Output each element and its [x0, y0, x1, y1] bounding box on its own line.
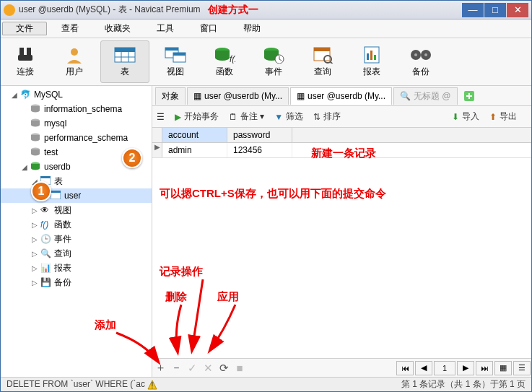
view-icon: 👁 [40, 205, 52, 215]
statusbar: DELETE FROM `user` WHERE (`ac ! 第 1 条记录（… [1, 377, 531, 391]
menu-fav[interactable]: 收藏夹 [92, 22, 144, 35]
menubar: 文件 查看 收藏夹 工具 窗口 帮助 [1, 19, 531, 38]
prev-page-button[interactable]: ◀ [415, 361, 432, 375]
function-icon: f(x) [214, 45, 235, 64]
tree-event-node[interactable]: ▷🕒事件 [1, 232, 152, 246]
ribbon-report[interactable]: 报表 [347, 38, 396, 85]
menu-tools[interactable]: 工具 [144, 22, 187, 35]
menu-view[interactable]: 查看 [48, 22, 92, 35]
table-icon: ▦ [193, 91, 201, 101]
svg-text:!: ! [152, 380, 154, 390]
tree-mysql[interactable]: ◢🐬MySQL [1, 87, 152, 102]
ribbon-table[interactable]: 表 [100, 40, 149, 83]
funnel-icon: ▼ [274, 112, 283, 122]
menu-window[interactable]: 窗口 [187, 22, 230, 35]
svg-rect-10 [165, 48, 178, 51]
menu-help[interactable]: 帮助 [230, 22, 274, 35]
db-icon [30, 147, 42, 157]
data-grid[interactable]: account password ▶ admin 123456 新建一条记录 可… [152, 128, 531, 358]
refresh-button[interactable]: ⟳ [216, 360, 232, 376]
form-mode-button[interactable]: ☰ [513, 361, 531, 375]
export-icon: ⬆ [489, 112, 497, 122]
table-icon: ▦ [297, 91, 305, 101]
add-record-button[interactable]: ＋ [152, 360, 168, 376]
menu-file[interactable]: 文件 [2, 22, 47, 35]
connection-tree[interactable]: ◢🐬MySQL information_schema mysql perform… [1, 86, 152, 377]
tab-user-2[interactable]: ▦user @userdb (My... [290, 87, 392, 105]
last-page-button[interactable]: ⏭ [476, 361, 493, 375]
tb-filter[interactable]: ▼筛选 [274, 110, 303, 123]
server-icon: 🐬 [20, 90, 32, 100]
ribbon-view[interactable]: 视图 [151, 38, 200, 85]
col-account[interactable]: account [162, 128, 227, 142]
report-icon [361, 45, 383, 64]
tree-db[interactable]: information_schema [1, 102, 152, 116]
tree-db[interactable]: performance_schema [1, 131, 152, 145]
cell-account[interactable]: admin [162, 143, 227, 157]
tb-begin-transaction[interactable]: ▶开始事务 [175, 110, 219, 123]
tb-export[interactable]: ⬆导出 [489, 110, 517, 123]
grid-mode-button[interactable]: ▦ [494, 361, 512, 375]
svg-rect-24 [367, 53, 369, 60]
tb-sort[interactable]: ⇅排序 [313, 110, 341, 123]
editor-tabs: 对象 ▦user @userdb (My... ▦user @userdb (M… [152, 86, 531, 106]
col-password[interactable]: password [227, 128, 292, 142]
tab-user-1[interactable]: ▦user @userdb (My... [187, 87, 289, 105]
stop-button[interactable]: ■ [232, 360, 248, 376]
close-button[interactable]: ✕ [507, 3, 528, 17]
ribbon-func[interactable]: f(x) 函数 [200, 38, 249, 85]
ribbon-event[interactable]: 事件 [249, 38, 298, 85]
tb-hamburger[interactable]: ☰ [157, 112, 165, 122]
event-icon [263, 45, 284, 64]
tb-import[interactable]: ⬇导入 [452, 110, 479, 123]
tree-db[interactable]: test [1, 145, 152, 160]
delete-record-button[interactable]: － [168, 360, 184, 376]
tree-func-node[interactable]: ▷f()函数 [1, 217, 152, 232]
table-row[interactable]: ▶ admin 123456 [152, 143, 531, 158]
minimize-button[interactable]: — [462, 3, 484, 17]
maximize-button[interactable]: □ [484, 3, 506, 17]
table-icon [114, 45, 136, 64]
query-icon: 🔍 [400, 91, 411, 101]
ribbon-query[interactable]: 查询 [298, 38, 347, 85]
tb-note[interactable]: 🗒备注 ▾ [229, 110, 264, 123]
svg-point-28 [414, 53, 417, 56]
tree-query-node[interactable]: ▷🔍查询 [1, 246, 152, 261]
grid-header: account password [152, 128, 531, 143]
row-indicator-icon: ▶ [152, 143, 162, 157]
new-tab-button[interactable] [462, 89, 476, 103]
svg-rect-2 [18, 55, 32, 61]
ribbon-connect[interactable]: 连接 [1, 38, 50, 85]
db-open-icon [30, 162, 42, 172]
cell-password[interactable]: 123456 [227, 143, 292, 157]
cancel-record-button[interactable]: ✕ [200, 360, 216, 376]
next-page-button[interactable]: ▶ [457, 361, 474, 375]
tree-tables-node[interactable]: ◢表 [1, 174, 152, 188]
query-icon [312, 45, 333, 64]
ribbon-user[interactable]: 用户 [50, 38, 99, 85]
tree-db[interactable]: mysql [1, 116, 152, 131]
tree-user-table[interactable]: user [1, 188, 152, 203]
svg-rect-39 [51, 191, 61, 193]
apply-record-button[interactable]: ✓ [184, 360, 200, 376]
db-icon [30, 133, 42, 143]
backup-icon: 💾 [40, 277, 52, 287]
view-icon [165, 45, 186, 64]
page-input[interactable] [434, 361, 455, 375]
tab-objects[interactable]: 对象 [155, 87, 186, 105]
svg-rect-0 [19, 48, 24, 55]
tab-untitled[interactable]: 🔍无标题 @ [393, 87, 458, 105]
first-page-button[interactable]: ⏮ [396, 361, 414, 375]
svg-rect-5 [115, 48, 135, 52]
tree-userdb[interactable]: ◢userdb [1, 160, 152, 174]
tree-report-node[interactable]: ▷📊报表 [1, 261, 152, 275]
note-icon: 🗒 [229, 112, 237, 122]
status-recinfo: 第 1 条记录（共 1 条）于第 1 页 [401, 378, 526, 391]
tree-views-node[interactable]: ▷👁视图 [1, 203, 152, 217]
tree-backup-node[interactable]: ▷💾备份 [1, 275, 152, 289]
backup-icon [410, 45, 432, 64]
svg-rect-20 [314, 48, 330, 51]
svg-text:f(x): f(x) [230, 54, 235, 64]
ribbon-backup[interactable]: 备份 [396, 38, 445, 85]
import-icon: ⬇ [452, 112, 459, 122]
